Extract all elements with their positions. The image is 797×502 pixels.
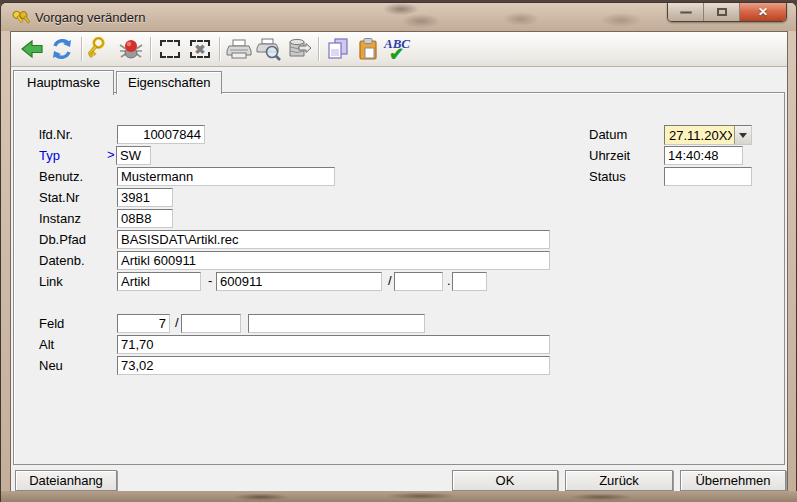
dbpfad-input[interactable] [117, 230, 550, 249]
toolbar-separator [81, 37, 82, 61]
link-input-2[interactable] [216, 272, 382, 291]
spider-icon [118, 37, 144, 61]
feld-separator-slash: / [175, 315, 179, 330]
titlebar[interactable]: Vorgang verändern ✕ [1, 3, 796, 31]
uhrzeit-label: Uhrzeit [589, 148, 630, 163]
dateianhang-button[interactable]: Dateianhang [15, 470, 117, 491]
datum-input[interactable] [665, 126, 734, 144]
key-icon [88, 37, 114, 61]
paste-button[interactable] [353, 35, 383, 63]
feld-input-2[interactable] [181, 314, 241, 333]
lfdnr-label: lfd.Nr. [39, 127, 73, 142]
chevron-down-icon [739, 133, 747, 138]
link-input-1[interactable] [117, 272, 201, 291]
delete-selection-icon: ✖ [190, 40, 210, 58]
datenb-label: Datenb. [39, 253, 85, 268]
lfdnr-input[interactable] [117, 125, 205, 144]
close-icon: ✕ [758, 5, 768, 19]
print-icon [226, 37, 252, 61]
dialog-window: Vorgang verändern ✕ [0, 2, 797, 502]
ok-button[interactable]: OK [452, 470, 558, 491]
typ-label: Typ [39, 148, 60, 163]
spellcheck-check-icon: ✔ [389, 43, 404, 65]
selection-rect-icon [160, 40, 180, 58]
minimize-icon [680, 11, 692, 14]
copy-icon [326, 37, 350, 61]
print-preview-icon [256, 37, 282, 61]
link-separator-slash: / [388, 273, 392, 288]
screen-background: Vorgang verändern ✕ [0, 0, 797, 502]
window-bottom-frame [1, 491, 797, 502]
typ-focus-marker: > [107, 147, 115, 162]
print-button[interactable] [224, 35, 254, 63]
back-icon [20, 38, 44, 60]
typ-input[interactable] [116, 146, 151, 165]
datum-dropdown-button[interactable] [734, 126, 751, 144]
link-input-3[interactable] [394, 272, 443, 291]
link-separator-dash: - [208, 273, 212, 288]
database-export-button[interactable] [284, 35, 314, 63]
tab-hauptmaske[interactable]: Hauptmaske [13, 70, 114, 95]
selection-rect-button[interactable] [155, 35, 185, 63]
status-input[interactable] [664, 167, 752, 186]
alt-label: Alt [39, 337, 54, 352]
paste-icon [356, 37, 380, 61]
dialog-client-area: ✖ [10, 31, 788, 493]
restore-icon [717, 8, 727, 16]
spider-button[interactable] [116, 35, 146, 63]
dbpfad-label: Db.Pfad [39, 232, 86, 247]
delete-selection-button[interactable]: ✖ [185, 35, 215, 63]
toolbar-separator [219, 37, 220, 61]
refresh-button[interactable] [47, 35, 77, 63]
benutz-label: Benutz. [39, 169, 83, 184]
restore-button[interactable] [704, 3, 740, 21]
window-controls: ✕ [667, 3, 787, 22]
neu-label: Neu [39, 358, 63, 373]
uebernehmen-button[interactable]: Übernehmen [680, 470, 786, 491]
tab-bar: Hauptmaske Eigenschaften [13, 70, 224, 94]
close-button[interactable]: ✕ [740, 3, 786, 21]
window-title: Vorgang verändern [35, 10, 146, 25]
instanz-input[interactable] [117, 209, 173, 228]
datum-label: Datum [589, 127, 627, 142]
statnr-input[interactable] [117, 188, 173, 207]
keys-app-icon [12, 9, 30, 25]
alt-input[interactable] [117, 335, 550, 354]
benutz-input[interactable] [117, 167, 335, 186]
x-glyph: ✖ [195, 43, 206, 56]
datenb-input[interactable] [117, 251, 550, 270]
spellcheck-button[interactable]: ABC ✔ [383, 36, 413, 62]
tab-eigenschaften[interactable]: Eigenschaften [116, 71, 222, 94]
tab-page-hauptmaske: lfd.Nr. Typ Benutz. Stat.Nr Instanz Db.P… [13, 92, 785, 465]
database-export-icon [286, 37, 312, 61]
feld-input-3[interactable] [248, 314, 425, 333]
key-button[interactable] [86, 35, 116, 63]
link-label: Link [39, 274, 63, 289]
toolbar-separator [318, 37, 319, 61]
uhrzeit-input[interactable] [664, 146, 743, 165]
instanz-label: Instanz [39, 211, 81, 226]
link-input-4[interactable] [452, 272, 487, 291]
print-preview-button[interactable] [254, 35, 284, 63]
back-button[interactable] [17, 35, 47, 63]
status-label: Status [589, 169, 626, 184]
copy-button[interactable] [323, 35, 353, 63]
feld-label: Feld [39, 316, 64, 331]
zurueck-button[interactable]: Zurück [565, 470, 673, 491]
minimize-button[interactable] [668, 3, 704, 21]
neu-input[interactable] [117, 356, 550, 375]
datum-combobox[interactable] [664, 125, 752, 145]
link-separator-dot: . [447, 273, 451, 288]
statnr-label: Stat.Nr [39, 190, 79, 205]
feld-input-1[interactable] [117, 314, 170, 333]
toolbar-separator [150, 37, 151, 61]
refresh-icon [50, 37, 74, 61]
toolbar: ✖ [11, 32, 787, 67]
